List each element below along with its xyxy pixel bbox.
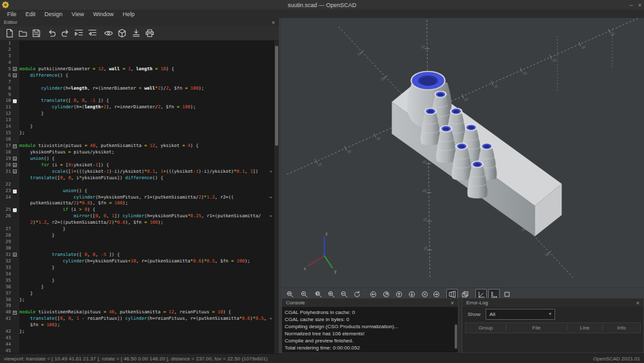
code-row[interactable]: 43 bbox=[0, 335, 279, 342]
code-row[interactable]: 23 union() { bbox=[0, 188, 279, 195]
code-text: } bbox=[19, 284, 279, 291]
menu-help[interactable]: Help bbox=[118, 11, 139, 17]
send-to-printer-button[interactable] bbox=[144, 28, 155, 39]
render-button[interactable] bbox=[117, 28, 128, 39]
code-row[interactable]: 40module tiivistimenReika(pituus = 40, p… bbox=[0, 309, 279, 316]
editor-close-icon[interactable]: × bbox=[272, 19, 275, 26]
code-row[interactable]: 2 bbox=[0, 47, 279, 54]
code-row[interactable]: 36 } bbox=[0, 284, 279, 291]
code-row[interactable]: 10 translate([ 0, 0, -1 ]) { bbox=[0, 98, 279, 104]
console-close-icon[interactable]: × bbox=[451, 300, 454, 306]
fold-marker[interactable] bbox=[11, 143, 19, 150]
fold-marker[interactable] bbox=[11, 169, 19, 175]
errorlog-close-icon[interactable]: × bbox=[636, 300, 639, 306]
code-row[interactable]: 30 bbox=[0, 246, 279, 252]
code-row[interactable]: 34 bbox=[0, 271, 279, 278]
bookmark-marker[interactable] bbox=[11, 207, 19, 213]
code-row[interactable]: 4 bbox=[0, 60, 279, 66]
errorlog-filter-dropdown[interactable]: All ▾ bbox=[486, 309, 555, 320]
fold-marker[interactable] bbox=[11, 156, 19, 162]
code-row[interactable]: 28 } bbox=[0, 233, 279, 239]
code-row[interactable]: 2)*1.2, r2=((putkenSisamitta/2)*0.8), $f… bbox=[0, 220, 279, 226]
errorlog-column-info[interactable]: Info bbox=[603, 325, 640, 331]
code-row[interactable]: 16 bbox=[0, 137, 279, 143]
code-row[interactable]: 44 bbox=[0, 342, 279, 348]
code-row[interactable]: 15}; bbox=[0, 130, 279, 137]
code-row[interactable]: $fn = 100); bbox=[0, 322, 279, 329]
code-row[interactable]: 35 } bbox=[0, 278, 279, 284]
code-row[interactable]: 25 if (i > 0) { bbox=[0, 207, 279, 213]
code-row[interactable]: 24 cylinder(h=yksikonPituus, r1=(putkenS… bbox=[0, 195, 279, 201]
code-row[interactable]: 9 bbox=[0, 92, 279, 99]
console-scrollbar[interactable] bbox=[455, 324, 457, 349]
redo-icon bbox=[61, 28, 70, 38]
code-row[interactable]: 1 bbox=[0, 41, 279, 47]
editor-scrollbar[interactable] bbox=[274, 41, 279, 353]
code-row[interactable]: 11 cylinder(h=(length+2), r=innerDiamete… bbox=[0, 104, 279, 111]
code-row[interactable]: 7 bbox=[0, 79, 279, 86]
fold-marker[interactable] bbox=[11, 66, 19, 73]
menu-design[interactable]: Design bbox=[40, 11, 67, 17]
code-row[interactable]: 12 } bbox=[0, 111, 279, 117]
code-row[interactable]: 17module tiivistin(pituus = 40, putkenSi… bbox=[0, 143, 279, 150]
view-bottom-icon bbox=[408, 290, 416, 299]
menu-file[interactable]: File bbox=[3, 11, 21, 17]
code-row[interactable]: 13 bbox=[0, 117, 279, 124]
open-file-button[interactable] bbox=[17, 28, 28, 39]
code-row[interactable]: 33 } bbox=[0, 265, 279, 271]
menu-edit[interactable]: Edit bbox=[21, 11, 41, 17]
code-row[interactable]: 39 bbox=[0, 303, 279, 309]
fold-marker[interactable] bbox=[11, 73, 19, 79]
code-row[interactable]: 19 union() { bbox=[0, 156, 279, 162]
code-row[interactable]: 18 yksikonPituus = pituus/yksikot; bbox=[0, 150, 279, 156]
code-row[interactable]: 42}; bbox=[0, 329, 279, 335]
code-row[interactable]: 38}; bbox=[0, 297, 279, 304]
code-row[interactable]: 26 mirror([0, 0, 1]) cylinder(h=yksikonP… bbox=[0, 213, 279, 220]
code-row[interactable]: 8 cylinder(h=length, r=(innerDiameter + … bbox=[0, 86, 279, 92]
line-number: 33 bbox=[0, 265, 11, 271]
fold-marker[interactable] bbox=[11, 309, 19, 316]
indent-button[interactable] bbox=[73, 28, 84, 39]
bookmark-marker[interactable] bbox=[11, 188, 19, 195]
unindent-button[interactable] bbox=[87, 28, 98, 39]
minimize-button[interactable]: – bbox=[630, 2, 633, 8]
code-row[interactable]: 29 bbox=[0, 239, 279, 246]
code-row[interactable]: 22 bbox=[0, 182, 279, 188]
menu-view[interactable]: View bbox=[67, 11, 88, 17]
errorlog-column-file[interactable]: File bbox=[506, 325, 567, 331]
close-window-button[interactable]: × bbox=[638, 2, 641, 8]
view-right-icon bbox=[432, 290, 440, 299]
export-stl-button[interactable] bbox=[131, 28, 142, 39]
code-row[interactable]: 31 translate([ 0, 0, -5 ]) { bbox=[0, 252, 279, 259]
zoom-in-icon bbox=[327, 290, 336, 299]
openscad-window: suutin.scad — OpenSCAD – × FileEditDesig… bbox=[0, 0, 644, 363]
new-file-button[interactable] bbox=[4, 28, 15, 39]
scrollbar-thumb[interactable] bbox=[275, 46, 278, 146]
redo-button[interactable] bbox=[60, 28, 71, 39]
code-row[interactable]: 20 for (i = [0:yksikot-1]) { bbox=[0, 162, 279, 169]
fold-marker[interactable] bbox=[11, 252, 19, 259]
gutter-cell bbox=[11, 265, 19, 271]
code-row[interactable]: 5module putki(innerDiameter = 12, wall =… bbox=[0, 66, 279, 73]
errorlog-column-line[interactable]: Line bbox=[567, 325, 603, 331]
code-row[interactable]: 21 scale([1+(((yksikot-1)-i)/yksikot)*0.… bbox=[0, 169, 279, 175]
code-editor[interactable]: 12345module putki(innerDiameter = 12, wa… bbox=[0, 41, 279, 353]
code-row[interactable]: translate([0, 0, i*yksikonPituus]) diffe… bbox=[0, 175, 279, 182]
code-row[interactable]: 41 translate([0, 0, 1 - reianPituus]) cy… bbox=[0, 316, 279, 322]
fold-marker[interactable] bbox=[11, 162, 19, 169]
menu-window[interactable]: Window bbox=[88, 11, 118, 17]
errorlog-column-group[interactable]: Group bbox=[466, 325, 506, 331]
bookmark-marker[interactable] bbox=[11, 98, 19, 104]
undo-button[interactable] bbox=[46, 28, 57, 39]
code-row[interactable]: 14 } bbox=[0, 124, 279, 130]
3d-viewport[interactable]: 1020304050601020102030405060102030405010… bbox=[281, 18, 644, 288]
code-row[interactable]: putkenSisamitta/2)*0.8), $fn = 100); bbox=[0, 201, 279, 207]
save-file-button[interactable] bbox=[31, 28, 42, 39]
code-row[interactable]: 6 difference() { bbox=[0, 73, 279, 79]
code-row[interactable]: 37 } bbox=[0, 291, 279, 297]
preview-button[interactable] bbox=[103, 28, 114, 39]
code-row[interactable]: 3 bbox=[0, 54, 279, 60]
code-row[interactable]: 45 bbox=[0, 348, 279, 353]
code-row[interactable]: 32 cylinder(h=yksikonPituus+10, r=(putke… bbox=[0, 259, 279, 265]
code-row[interactable]: 27 } bbox=[0, 226, 279, 233]
